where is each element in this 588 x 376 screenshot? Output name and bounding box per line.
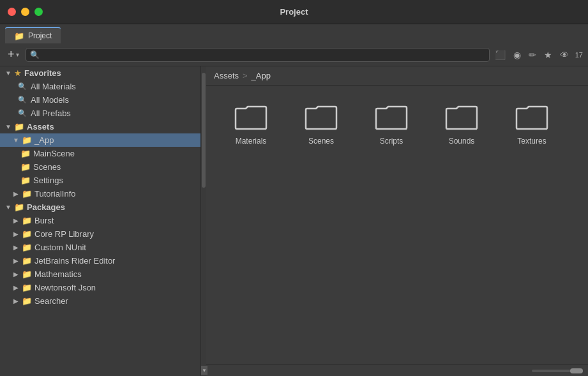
sidebar-item-mathematics[interactable]: ▶ 📁 Mathematics xyxy=(0,267,200,281)
breadcrumb: Assets > _App xyxy=(206,66,588,86)
screenshot-icon[interactable]: ⬛ xyxy=(494,49,507,61)
core-rp-folder-icon: 📁 xyxy=(22,229,32,239)
close-button[interactable] xyxy=(8,8,16,16)
breadcrumb-app[interactable]: _App xyxy=(252,71,271,80)
burst-arrow: ▶ xyxy=(13,217,19,224)
mainscene-label: MainScene xyxy=(33,149,75,158)
search-input[interactable] xyxy=(42,50,485,59)
app-folder-icon: 📁 xyxy=(22,135,32,145)
file-label-materials: Materials xyxy=(236,137,267,146)
main-content: ▼ ★ Favorites 🔍 All Materials 🔍 All Mode… xyxy=(0,66,588,376)
sidebar-scroll-thumb xyxy=(202,73,206,188)
eye-count: 17 xyxy=(575,51,583,59)
file-label-scenes: Scenes xyxy=(308,137,334,146)
sidebar: ▼ ★ Favorites 🔍 All Materials 🔍 All Mode… xyxy=(0,66,201,376)
favorites-header[interactable]: ▼ ★ Favorites xyxy=(0,66,200,80)
minimize-button[interactable] xyxy=(21,8,29,16)
toolbar-icons: ⬛ ◉ ✏ ★ 👁 17 xyxy=(494,49,583,61)
title-bar: Project xyxy=(0,0,588,24)
sidebar-item-jetbrains[interactable]: ▶ 📁 JetBrains Rider Editor xyxy=(0,254,200,267)
all-models-label: All Models xyxy=(31,95,69,105)
packages-header[interactable]: ▼ 📁 Packages xyxy=(0,200,200,214)
window-title: Project xyxy=(280,7,308,17)
eye-icon[interactable]: 👁 xyxy=(559,49,570,61)
add-button[interactable]: + ▾ xyxy=(5,47,22,63)
folder-icon-scripts xyxy=(375,103,408,132)
burst-label: Burst xyxy=(34,216,54,225)
add-arrow-icon: ▾ xyxy=(16,51,19,58)
mainscene-folder-icon: 📁 xyxy=(20,149,31,158)
assets-section: ▼ 📁 Assets ▼ 📁 _App 📁 MainScene 📁 Scenes… xyxy=(0,120,200,200)
folder-icon-textures xyxy=(515,103,548,132)
mathematics-folder-icon: 📁 xyxy=(22,269,32,279)
tutorialinfo-arrow: ▶ xyxy=(13,190,19,197)
app-label: _App xyxy=(34,135,54,145)
file-item-sounds[interactable]: Sounds xyxy=(430,98,494,151)
searcher-label: Searcher xyxy=(34,296,68,306)
star-icon[interactable]: ★ xyxy=(543,49,554,61)
sidebar-item-all-prefabs[interactable]: 🔍 All Prefabs xyxy=(0,107,200,120)
window-controls xyxy=(8,8,43,16)
folder-icon-materials xyxy=(234,103,268,132)
all-prefabs-label: All Prefabs xyxy=(31,109,71,118)
favorites-arrow: ▼ xyxy=(5,70,11,77)
folder-icon-sounds xyxy=(445,103,478,132)
settings-label: Settings xyxy=(33,176,63,185)
sidebar-item-core-rp[interactable]: ▶ 📁 Core RP Library xyxy=(0,227,200,241)
folder-icon-scenes xyxy=(305,103,338,132)
sidebar-item-app[interactable]: ▼ 📁 _App xyxy=(0,133,200,147)
sidebar-item-burst[interactable]: ▶ 📁 Burst xyxy=(0,214,200,227)
file-browser: Assets > _App Materials Scenes xyxy=(206,66,588,376)
breadcrumb-separator: > xyxy=(243,71,248,80)
sidebar-item-newtonsoft[interactable]: ▶ 📁 Newtonsoft Json xyxy=(0,281,200,294)
zoom-thumb xyxy=(570,368,583,373)
custom-nunit-label: Custom NUnit xyxy=(34,243,86,252)
bottom-bar xyxy=(206,365,588,376)
mathematics-label: Mathematics xyxy=(34,269,82,279)
scenes-label: Scenes xyxy=(33,162,61,172)
sidebar-item-custom-nunit[interactable]: ▶ 📁 Custom NUnit xyxy=(0,241,200,254)
sidebar-item-all-materials[interactable]: 🔍 All Materials xyxy=(0,80,200,93)
custom-nunit-folder-icon: 📁 xyxy=(22,243,32,252)
packages-arrow: ▼ xyxy=(5,204,11,211)
searcher-folder-icon: 📁 xyxy=(22,296,32,306)
assets-arrow: ▼ xyxy=(5,123,11,130)
packages-folder-icon: 📁 xyxy=(14,202,24,212)
sidebar-item-mainscene[interactable]: 📁 MainScene xyxy=(0,147,200,160)
tag-icon[interactable]: ✏ xyxy=(527,49,538,61)
packages-label: Packages xyxy=(27,202,65,212)
sidebar-item-tutorialinfo[interactable]: ▶ 📁 TutorialInfo xyxy=(0,187,200,200)
sidebar-item-searcher[interactable]: ▶ 📁 Searcher xyxy=(0,294,200,308)
newtonsoft-folder-icon: 📁 xyxy=(22,283,32,292)
core-rp-label: Core RP Library xyxy=(34,229,94,239)
file-item-scenes[interactable]: Scenes xyxy=(289,98,353,151)
sidebar-scrollbar[interactable]: ▼ xyxy=(201,66,206,376)
settings-folder-icon: 📁 xyxy=(20,176,31,185)
maximize-button[interactable] xyxy=(34,8,43,16)
assets-header[interactable]: ▼ 📁 Assets xyxy=(0,120,200,133)
newtonsoft-label: Newtonsoft Json xyxy=(34,283,96,292)
zoom-slider[interactable] xyxy=(532,370,583,372)
sidebar-item-all-models[interactable]: 🔍 All Models xyxy=(0,93,200,107)
toolbar: + ▾ 🔍 ⬛ ◉ ✏ ★ 👁 17 xyxy=(0,43,588,66)
file-item-scripts[interactable]: Scripts xyxy=(359,98,423,151)
project-tab[interactable]: 📁 Project xyxy=(5,27,61,43)
tab-folder-icon: 📁 xyxy=(14,31,24,41)
file-item-textures[interactable]: Textures xyxy=(500,98,564,151)
file-label-sounds: Sounds xyxy=(449,137,475,146)
jetbrains-folder-icon: 📁 xyxy=(22,256,32,266)
file-item-materials[interactable]: Materials xyxy=(219,98,283,151)
search-icon-models: 🔍 xyxy=(18,96,27,104)
packages-section: ▼ 📁 Packages ▶ 📁 Burst ▶ 📁 Core RP Libra… xyxy=(0,200,200,308)
search-icon-prefabs: 🔍 xyxy=(18,109,27,117)
search-icon-materials: 🔍 xyxy=(18,82,27,91)
sidebar-item-scenes[interactable]: 📁 Scenes xyxy=(0,160,200,174)
sidebar-item-settings[interactable]: 📁 Settings xyxy=(0,174,200,187)
breadcrumb-assets[interactable]: Assets xyxy=(214,71,239,80)
tab-label: Project xyxy=(28,31,52,40)
tab-bar: 📁 Project xyxy=(0,24,588,43)
sidebar-scroll-down-arrow[interactable]: ▼ xyxy=(201,366,207,375)
person-icon[interactable]: ◉ xyxy=(512,49,522,61)
file-label-scripts: Scripts xyxy=(380,137,403,146)
file-grid: Materials Scenes Scripts Sounds xyxy=(206,86,588,365)
